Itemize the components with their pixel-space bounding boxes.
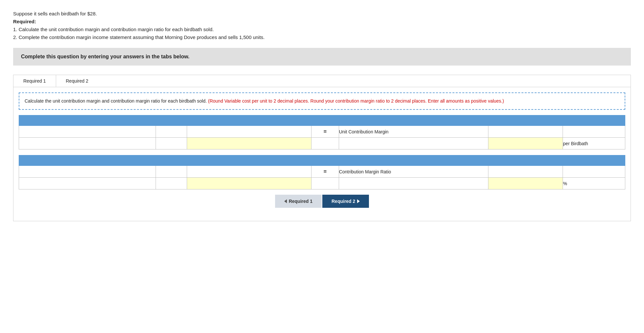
suffix-2b: % [563, 178, 625, 189]
input-cell-1a3[interactable] [187, 126, 311, 138]
suffix-1b: per Birdbath [563, 138, 625, 149]
next-button[interactable]: Required 2 [322, 195, 369, 208]
input-cell-2a1[interactable] [19, 166, 156, 178]
result-cell-1a[interactable] [488, 126, 563, 138]
intro-line1: Suppose it sells each birdbath for $28. [13, 10, 631, 18]
yellow-input-2b-result[interactable] [488, 178, 563, 189]
input-2a1[interactable] [19, 166, 156, 177]
input-2b2[interactable] [156, 178, 187, 189]
instruction-main-text: Calculate the unit contribution margin a… [25, 98, 207, 104]
input-cell-1b1[interactable] [19, 138, 156, 149]
header-cell-2e [339, 155, 488, 166]
header-cell-2a [19, 155, 156, 166]
input-cell-2b1[interactable] [19, 178, 156, 189]
instruction-red-text: (Round Variable cost per unit to 2 decim… [208, 98, 504, 104]
result-input-1a[interactable] [488, 126, 563, 137]
input-cell-1a1[interactable] [19, 126, 156, 138]
intro-item1: 1. Calculate the unit contribution margi… [13, 26, 631, 33]
equals-2a: = [311, 166, 339, 178]
suffix-2a [563, 166, 625, 178]
suffix-1a [563, 126, 625, 138]
input-2b1[interactable] [19, 178, 156, 189]
result-input-2a[interactable] [488, 166, 563, 177]
prev-button[interactable]: Required 1 [275, 195, 322, 208]
label-cmr: Contribution Margin Ratio [339, 166, 488, 178]
input-1a3[interactable] [187, 126, 311, 137]
input-row-1a: = Unit Contribution Margin [19, 126, 625, 138]
input-1a1[interactable] [19, 126, 156, 137]
header-cell-1c [187, 115, 311, 126]
table-wrapper: = Unit Contribution Margin [13, 115, 631, 221]
tab-required2[interactable]: Required 2 [56, 75, 98, 87]
header-cell-1a [19, 115, 156, 126]
header-cell-2d [311, 155, 339, 166]
input-cell-1a2[interactable] [156, 126, 187, 138]
instruction-box-text: Complete this question by entering your … [21, 54, 189, 59]
header-cell-1d [311, 115, 339, 126]
empty-label-2b [339, 178, 488, 189]
spacer-row [19, 149, 625, 155]
yellow-input-1b-result[interactable] [488, 138, 563, 149]
header-cell-2g [563, 155, 625, 166]
input-cell-2b2[interactable] [156, 178, 187, 189]
yellow-input-2b3[interactable] [187, 178, 311, 189]
input-cell-2a3[interactable] [187, 166, 311, 178]
label-ucm: Unit Contribution Margin [339, 126, 488, 138]
input-cell-1b2[interactable] [156, 138, 187, 149]
header-row-2 [19, 155, 625, 166]
input-row-1b: per Birdbath [19, 138, 625, 149]
intro-item2: 2. Complete the contribution margin inco… [13, 33, 631, 41]
yellow-input-1b3[interactable] [187, 138, 311, 149]
tab-required1[interactable]: Required 1 [13, 75, 56, 87]
instruction-box: Complete this question by entering your … [13, 48, 631, 66]
input-row-2b: % [19, 178, 625, 189]
intro-section: Suppose it sells each birdbath for $28. … [13, 10, 631, 41]
header-cell-1b [156, 115, 187, 126]
empty-label-1b [339, 138, 488, 149]
nav-buttons: Required 1 Required 2 [19, 195, 625, 214]
input-cell-2a2[interactable] [156, 166, 187, 178]
tabs-container: Required 1 Required 2 Calculate the unit… [13, 75, 631, 221]
next-arrow-icon [357, 199, 360, 203]
header-cell-2f [488, 155, 563, 166]
input-1a2[interactable] [156, 126, 187, 137]
input-2a2[interactable] [156, 166, 187, 177]
tab-content: Calculate the unit contribution margin a… [13, 92, 631, 221]
input-1b2[interactable] [156, 138, 187, 149]
empty-eq-1b [311, 138, 339, 149]
intro-required-label: Required: [13, 18, 631, 26]
prev-label: Required 1 [289, 199, 312, 204]
input-1b1[interactable] [19, 138, 156, 149]
input-row-2a: = Contribution Margin Ratio [19, 166, 625, 178]
equals-1a: = [311, 126, 339, 138]
yellow-cell-1b3[interactable] [187, 138, 311, 149]
calc-table: = Unit Contribution Margin [19, 115, 625, 189]
yellow-result-2b[interactable] [488, 178, 563, 189]
yellow-result-1b[interactable] [488, 138, 563, 149]
tabs-header: Required 1 Required 2 [13, 75, 631, 87]
header-cell-2c [187, 155, 311, 166]
header-cell-1g [563, 115, 625, 126]
spacer-cell [19, 149, 625, 155]
instruction-note: Calculate the unit contribution margin a… [19, 92, 625, 110]
header-cell-1e [339, 115, 488, 126]
next-label: Required 2 [332, 199, 355, 204]
empty-eq-2b [311, 178, 339, 189]
header-cell-2b [156, 155, 187, 166]
result-cell-2a[interactable] [488, 166, 563, 178]
header-cell-1f [488, 115, 563, 126]
header-row-1 [19, 115, 625, 126]
input-2a3[interactable] [187, 166, 311, 177]
yellow-cell-2b3[interactable] [187, 178, 311, 189]
prev-arrow-icon [284, 199, 287, 203]
